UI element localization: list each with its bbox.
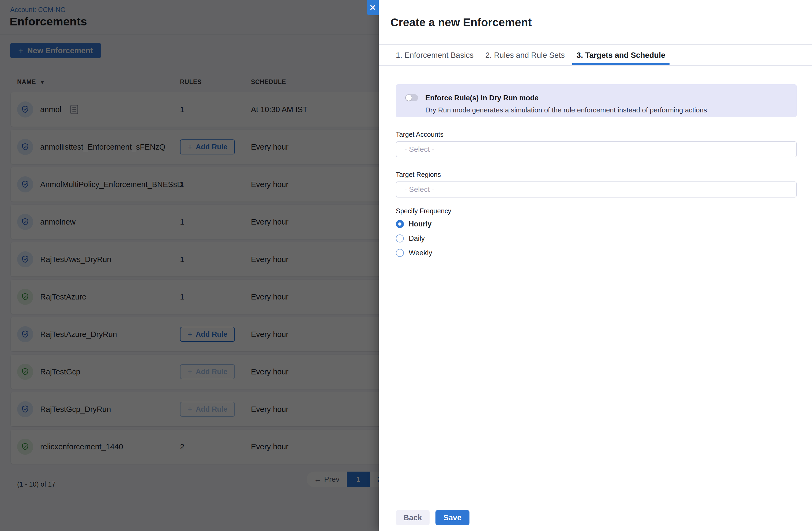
target-regions-select[interactable]: - Select - [396,181,797,197]
target-accounts-select[interactable]: - Select - [396,141,797,157]
radio-circle [396,220,404,228]
dry-run-description: Dry Run mode generates a simulation of t… [425,106,789,114]
radio-weekly[interactable]: Weekly [396,246,797,260]
back-button[interactable]: Back [396,510,430,525]
specify-frequency-label: Specify Frequency [396,207,797,215]
target-regions-label: Target Regions [396,171,797,179]
dry-run-title: Enforce Rule(s) in Dry Run mode [425,94,789,102]
wizard-tabs: 1. Enforcement Basics 2. Rules and Rule … [379,44,812,66]
dry-run-section: Enforce Rule(s) in Dry Run mode Dry Run … [396,84,797,117]
create-enforcement-drawer: ✕ Create a new Enforcement 1. Enforcemen… [379,0,812,531]
target-regions-placeholder: - Select - [404,185,434,194]
close-icon[interactable]: ✕ [367,0,379,15]
target-accounts-label: Target Accounts [396,131,797,139]
radio-hourly[interactable]: Hourly [396,217,797,231]
drawer-body: Enforce Rule(s) in Dry Run mode Dry Run … [379,84,812,260]
target-accounts-placeholder: - Select - [404,145,434,153]
tab-enforcement-basics[interactable]: 1. Enforcement Basics [392,45,478,65]
radio-daily[interactable]: Daily [396,231,797,246]
save-button[interactable]: Save [435,510,469,525]
radio-circle [396,249,404,257]
tab-rules-and-rule-sets[interactable]: 2. Rules and Rule Sets [481,45,569,65]
drawer-footer: Back Save [396,510,469,525]
radio-circle [396,234,404,242]
frequency-options: Hourly Daily Weekly [396,217,797,260]
dry-run-toggle[interactable] [405,94,418,101]
tab-targets-and-schedule[interactable]: 3. Targets and Schedule [572,45,669,65]
toggle-knob [406,95,411,101]
drawer-title: Create a new Enforcement [390,16,812,29]
